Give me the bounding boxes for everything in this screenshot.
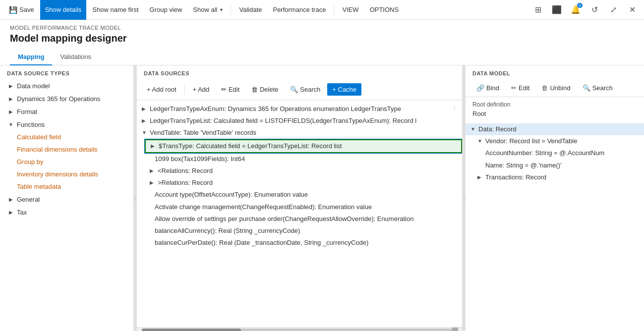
expander-vendor: ▼ xyxy=(477,138,484,144)
tree-item-table-metadata[interactable]: Table metadata xyxy=(0,180,133,193)
show-all-button[interactable]: Show all ▾ xyxy=(188,0,228,20)
refresh-icon-button[interactable]: ↺ xyxy=(586,2,602,18)
show-name-first-button[interactable]: Show name first xyxy=(87,0,143,20)
office-icon-button[interactable]: ⬛ xyxy=(549,2,565,18)
validate-button[interactable]: Validate xyxy=(234,0,267,20)
edit-icon: ✏ xyxy=(511,84,517,92)
right-item-transactions[interactable]: ▶ Transactions: Record xyxy=(466,171,644,183)
toolbar-separator-2 xyxy=(334,5,334,15)
datasource-types-tree: ▶ Data model ▶ Dynamics 365 for Operatio… xyxy=(0,79,133,331)
toolbar-sep-1 xyxy=(184,85,185,95)
tree-item-format[interactable]: ▶ Format xyxy=(0,105,133,118)
expander-relations-right: ▶ xyxy=(150,180,157,185)
data-model-tree: ▼ Data: Record ▼ Vendor: Record list = V… xyxy=(466,121,644,331)
data-item-ledger-trans-type-list[interactable]: ▶ LedgerTransTypeList: Calculated field … xyxy=(137,115,462,127)
right-item-name[interactable]: Name: String = @.'name()' xyxy=(466,160,644,171)
performance-trace-button[interactable]: Performance trace xyxy=(268,0,331,20)
save-button[interactable]: 💾 Save xyxy=(4,0,39,20)
page-title: Model mapping designer xyxy=(10,33,634,44)
tree-item-dynamics[interactable]: ▶ Dynamics 365 for Operations xyxy=(0,92,133,105)
add-button[interactable]: + Add xyxy=(188,83,215,96)
breadcrumb: MODEL PERFORMANCE TRACE MODEL xyxy=(10,25,634,31)
expander-dynamics: ▶ xyxy=(7,95,15,103)
cache-button[interactable]: + Cache xyxy=(327,83,361,96)
data-item-account-type[interactable]: Account type(OffsetAccountType): Enumera… xyxy=(137,189,462,201)
root-definition-label: Root definition xyxy=(466,97,644,109)
expander-relations-left: ▶ xyxy=(150,168,157,173)
expander-data-record: ▼ xyxy=(470,126,477,132)
expander-ledger-list: ▶ xyxy=(142,118,149,123)
left-panel-header: DATA SOURCE TYPES xyxy=(0,65,133,79)
main-layout: DATA SOURCE TYPES ▶ Data model ▶ Dynamic… xyxy=(0,65,644,331)
add-root-button[interactable]: + Add root xyxy=(142,83,181,96)
view-button[interactable]: VIEW xyxy=(337,0,363,20)
data-item-balance-cur-per-date[interactable]: balanceCurPerDate(): Real (Date _transac… xyxy=(137,237,462,249)
page-header: MODEL PERFORMANCE TRACE MODEL Model mapp… xyxy=(0,20,644,65)
tree-item-tax[interactable]: ▶ Tax xyxy=(0,206,133,219)
data-item-allow-override[interactable]: Allow override of settings per purchase … xyxy=(137,213,462,225)
middle-toolbar: + Add root + Add ✏ Edit 🗑 Delete 🔍 Searc… xyxy=(137,79,462,100)
tab-mapping[interactable]: Mapping xyxy=(10,49,52,65)
close-icon-button[interactable]: ✕ xyxy=(624,2,640,18)
tab-validations[interactable]: Validations xyxy=(52,49,99,65)
grid-icon-button[interactable]: ⊞ xyxy=(530,2,546,18)
expander-functions: ▼ xyxy=(7,120,15,128)
tree-item-group-by[interactable]: Group by xyxy=(0,156,133,168)
search-icon: 🔍 xyxy=(583,84,590,92)
scrollbar-track xyxy=(142,329,457,331)
middle-panel-header: DATA SOURCES xyxy=(137,65,462,79)
bind-button[interactable]: 🔗 Bind xyxy=(472,82,503,94)
expander-general: ▶ xyxy=(7,195,15,203)
left-panel: DATA SOURCE TYPES ▶ Data model ▶ Dynamic… xyxy=(0,65,134,331)
right-item-vendor[interactable]: ▼ Vendor: Record list = VendTable xyxy=(466,135,644,147)
data-item-balance-all-currency[interactable]: balanceAllCurrency(): Real (String _curr… xyxy=(137,225,462,237)
expander-transactions: ▶ xyxy=(477,174,484,180)
tab-bar: Mapping Validations xyxy=(10,49,634,65)
show-all-caret: ▾ xyxy=(220,7,223,12)
unbind-icon: 🗑 xyxy=(541,84,548,92)
middle-panel: DATA SOURCES + Add root + Add ✏ Edit 🗑 D… xyxy=(137,65,463,331)
delete-button[interactable]: 🗑 Delete xyxy=(246,83,283,96)
data-item-relations-right[interactable]: ▶ >Relations: Record xyxy=(137,177,462,189)
data-item-activate-change[interactable]: Activate change management(ChangeRequest… xyxy=(137,201,462,213)
expander-ledger-ax: ▶ xyxy=(142,106,149,111)
save-icon: 💾 xyxy=(9,6,17,14)
right-edit-button[interactable]: ✏ Edit xyxy=(507,82,533,94)
data-item-trans-type[interactable]: ▶ $TransType: Calculated field = LedgerT… xyxy=(145,139,462,153)
datasources-tree: ▶ LedgerTransTypeAxEnum: Dynamics 365 fo… xyxy=(137,100,462,327)
scroll-corner xyxy=(452,328,458,331)
scrollbar-thumb[interactable] xyxy=(142,329,241,331)
search-button[interactable]: 🔍 Search xyxy=(285,83,325,96)
edit-button[interactable]: ✏ Edit xyxy=(216,83,244,96)
horizontal-scrollbar[interactable] xyxy=(137,327,462,331)
root-definition-value: Root xyxy=(466,109,644,121)
options-button[interactable]: OPTIONS xyxy=(365,0,404,20)
tree-item-general[interactable]: ▶ General xyxy=(0,193,133,206)
expand-icon-button[interactable]: ⤢ xyxy=(605,2,621,18)
right-item-data-record[interactable]: ▼ Data: Record xyxy=(466,123,644,135)
expander-tax: ▶ xyxy=(7,208,15,216)
show-details-button[interactable]: Show details xyxy=(40,0,87,20)
tree-item-inventory-dimensions[interactable]: Inventory dimensions details xyxy=(0,168,133,180)
tree-item-data-model[interactable]: ▶ Data model xyxy=(0,79,133,92)
data-item-ledger-trans-type-ax-enum[interactable]: ▶ LedgerTransTypeAxEnum: Dynamics 365 fo… xyxy=(137,103,462,115)
right-panel: DATA MODEL 🔗 Bind ✏ Edit 🗑 Unbind 🔍 Sear… xyxy=(466,65,644,331)
expander-format: ▶ xyxy=(7,108,15,115)
group-view-button[interactable]: Group view xyxy=(145,0,187,20)
data-item-relations-left[interactable]: ▶ <Relations: Record xyxy=(137,165,462,177)
data-item-1099[interactable]: 1099 box(Tax1099Fields): Int64 xyxy=(137,153,462,165)
tree-item-calculated-field[interactable]: Calculated field xyxy=(0,131,133,143)
data-item-vend-table[interactable]: ▼ VendTable: Table 'VendTable' records xyxy=(137,127,462,139)
right-toolbar: 🔗 Bind ✏ Edit 🗑 Unbind 🔍 Search xyxy=(466,79,644,97)
toolbar-separator xyxy=(231,5,231,15)
right-panel-header: DATA MODEL xyxy=(466,65,644,79)
right-item-account-number[interactable]: AccountNumber: String = @.AccountNum xyxy=(466,147,644,159)
tree-item-financial-dimensions[interactable]: Financial dimensions details xyxy=(0,143,133,156)
tree-item-functions[interactable]: ▼ Functions xyxy=(0,118,133,131)
expander-vend-table: ▼ xyxy=(142,130,149,135)
unbind-button[interactable]: 🗑 Unbind xyxy=(537,82,574,94)
toolbar-right: ⊞ ⬛ 🔔 0 ↺ ⤢ ✕ xyxy=(530,2,640,18)
right-search-button[interactable]: 🔍 Search xyxy=(579,82,617,94)
bind-icon: 🔗 xyxy=(476,84,484,92)
notification-icon-button[interactable]: 🔔 0 xyxy=(568,2,584,18)
